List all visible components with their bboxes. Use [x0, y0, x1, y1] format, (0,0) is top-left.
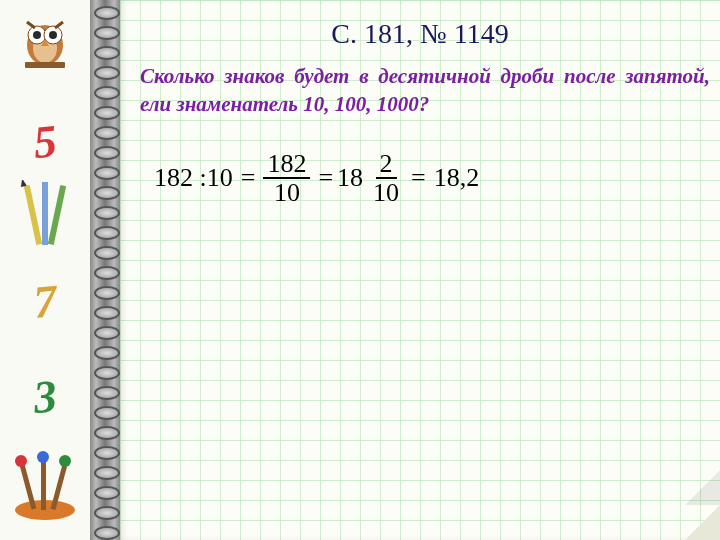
decor-number-7: 7	[0, 271, 92, 332]
mixed-frac: 2 10	[369, 150, 403, 207]
svg-marker-11	[19, 180, 27, 187]
notebook-binding	[90, 0, 120, 540]
page-curl	[685, 505, 720, 540]
eq-sign-1: =	[241, 163, 256, 193]
svg-point-5	[49, 31, 57, 39]
svg-point-16	[15, 455, 27, 467]
question-text: Сколько знаков будет в десятичной дроби …	[140, 62, 710, 119]
eq-result: 18,2	[434, 163, 480, 193]
svg-rect-7	[25, 62, 65, 68]
svg-point-18	[59, 455, 71, 467]
mixed-denominator: 10	[369, 179, 403, 206]
fraction-1: 182 10	[263, 150, 310, 207]
frac1-denominator: 10	[270, 179, 304, 206]
svg-rect-8	[24, 185, 42, 245]
frac1-numerator: 182	[263, 150, 310, 179]
eq-sign-3: =	[411, 163, 426, 193]
eq-sign-2: =	[318, 163, 333, 193]
sidebar: 5 7 3	[0, 0, 91, 540]
decor-number-3: 3	[0, 366, 92, 427]
svg-rect-14	[41, 460, 46, 510]
equation: 182 :10 = 182 10 = 18 2 10 = 18,2	[150, 150, 483, 207]
svg-rect-10	[48, 185, 66, 245]
mixed-numerator: 2	[376, 150, 397, 179]
brushes-icon	[0, 445, 90, 529]
pencils-icon	[0, 180, 90, 264]
notebook-page: С. 181, № 1149 Сколько знаков будет в де…	[120, 0, 720, 540]
eq-lhs: 182 :10	[154, 163, 233, 193]
mixed-number: 18 2 10	[337, 150, 407, 207]
decor-number-5: 5	[0, 111, 92, 172]
svg-point-4	[33, 31, 41, 39]
mixed-whole: 18	[337, 163, 363, 193]
page-title: С. 181, № 1149	[120, 18, 720, 50]
svg-point-17	[37, 451, 49, 463]
owl-icon	[15, 10, 75, 70]
svg-rect-9	[42, 182, 48, 245]
